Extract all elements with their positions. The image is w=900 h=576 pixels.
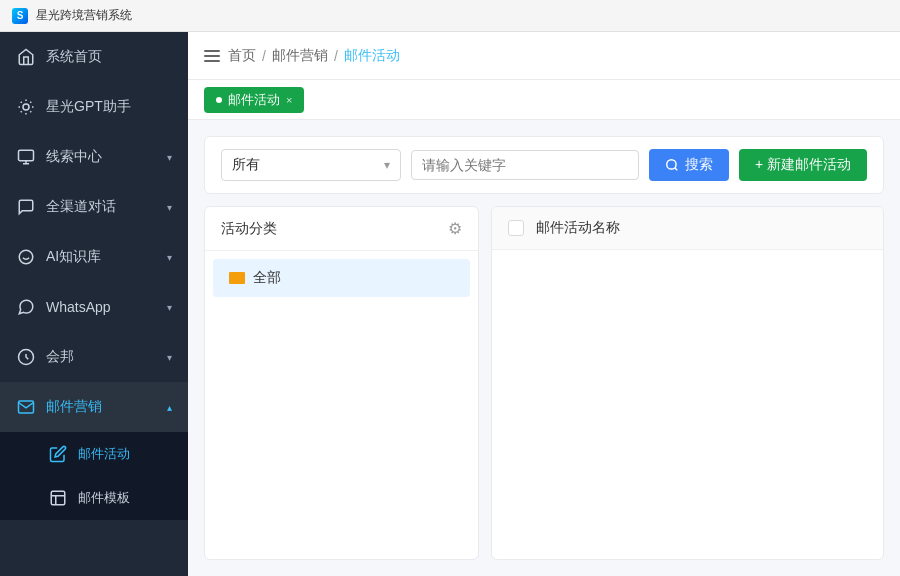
title-bar: S 星光跨境营销系统 [0,0,900,32]
breadcrumb-current: 邮件活动 [344,47,400,65]
sidebar-label-club: 会邦 [46,348,157,366]
email-icon [16,397,36,417]
tab-close-button[interactable]: × [286,94,292,106]
sidebar-sub-email: 邮件活动 邮件模板 [0,432,188,520]
filter-select[interactable]: 所有 ▾ [221,149,401,181]
top-bar: 首页 / 邮件营销 / 邮件活动 [188,32,900,80]
data-header: 邮件活动名称 [492,207,883,250]
search-button[interactable]: 搜索 [649,149,729,181]
content-area: 首页 / 邮件营销 / 邮件活动 邮件活动 × 所有 ▾ [188,32,900,576]
category-title: 活动分类 [221,220,277,238]
club-icon [16,347,36,367]
folder-icon [229,272,245,284]
sidebar-item-email[interactable]: 邮件营销 ▴ [0,382,188,432]
sidebar-label-whatsapp: WhatsApp [46,299,157,315]
gpt-icon [16,97,36,117]
sidebar-label-ai: AI知识库 [46,248,157,266]
club-chevron: ▾ [167,352,172,363]
sidebar-item-leads[interactable]: 线索中心 ▾ [0,132,188,182]
tab-email-activity[interactable]: 邮件活动 × [204,87,304,113]
data-column-name: 邮件活动名称 [536,219,620,237]
tab-label: 邮件活动 [228,91,280,109]
new-label: + 新建邮件活动 [755,156,851,174]
main-layout: 系统首页 星光GPT助手 线索中心 ▾ [0,32,900,576]
svg-point-5 [667,160,676,169]
app-logo: S [12,8,28,24]
sidebar-label-email: 邮件营销 [46,398,157,416]
svg-line-6 [675,168,678,171]
svg-rect-4 [51,491,65,505]
breadcrumb-home[interactable]: 首页 [228,47,256,65]
leads-icon [16,147,36,167]
sidebar-label-email-template: 邮件模板 [78,489,172,507]
page-content: 所有 ▾ 搜索 + 新建邮件活动 [188,120,900,576]
sidebar-item-gpt[interactable]: 星光GPT助手 [0,82,188,132]
category-item-label: 全部 [253,269,281,287]
svg-point-0 [23,104,29,110]
breadcrumb: 首页 / 邮件营销 / 邮件活动 [228,47,400,65]
leads-chevron: ▾ [167,152,172,163]
select-arrow-icon: ▾ [384,158,390,172]
select-value: 所有 [232,156,260,174]
sidebar-item-ai[interactable]: AI知识库 ▾ [0,232,188,282]
ai-chevron: ▾ [167,252,172,263]
sidebar-label-gpt: 星光GPT助手 [46,98,172,116]
whatsapp-chevron: ▾ [167,302,172,313]
table-area: 活动分类 ⚙ 全部 邮件活动名称 [204,206,884,560]
sidebar-label-channels: 全渠道对话 [46,198,157,216]
sidebar-item-channels[interactable]: 全渠道对话 ▾ [0,182,188,232]
channels-icon [16,197,36,217]
email-template-icon [48,488,68,508]
search-label: 搜索 [685,156,713,174]
search-input[interactable] [411,150,639,180]
sidebar-label-leads: 线索中心 [46,148,157,166]
email-chevron: ▴ [167,402,172,413]
tab-bar: 邮件活动 × [188,80,900,120]
app-title: 星光跨境营销系统 [36,7,132,24]
select-all-checkbox[interactable] [508,220,524,236]
breadcrumb-email[interactable]: 邮件营销 [272,47,328,65]
category-item-all[interactable]: 全部 [213,259,470,297]
svg-rect-1 [19,150,34,161]
home-icon [16,47,36,67]
sidebar-label-home: 系统首页 [46,48,172,66]
whatsapp-icon [16,297,36,317]
sidebar-item-email-activity[interactable]: 邮件活动 [0,432,188,476]
svg-point-2 [19,250,33,264]
sidebar-item-home[interactable]: 系统首页 [0,32,188,82]
toolbar: 所有 ▾ 搜索 + 新建邮件活动 [204,136,884,194]
channels-chevron: ▾ [167,202,172,213]
sidebar-item-club[interactable]: 会邦 ▾ [0,332,188,382]
sidebar-label-email-activity: 邮件活动 [78,445,172,463]
ai-icon [16,247,36,267]
gear-icon[interactable]: ⚙ [448,219,462,238]
email-activity-icon [48,444,68,464]
tab-dot [216,97,222,103]
category-header: 活动分类 ⚙ [205,207,478,251]
new-activity-button[interactable]: + 新建邮件活动 [739,149,867,181]
sidebar: 系统首页 星光GPT助手 线索中心 ▾ [0,32,188,576]
data-panel: 邮件活动名称 [491,206,884,560]
hamburger-menu[interactable] [204,50,220,62]
category-panel: 活动分类 ⚙ 全部 [204,206,479,560]
search-icon [665,158,679,172]
sidebar-item-email-template[interactable]: 邮件模板 [0,476,188,520]
sidebar-item-whatsapp[interactable]: WhatsApp ▾ [0,282,188,332]
